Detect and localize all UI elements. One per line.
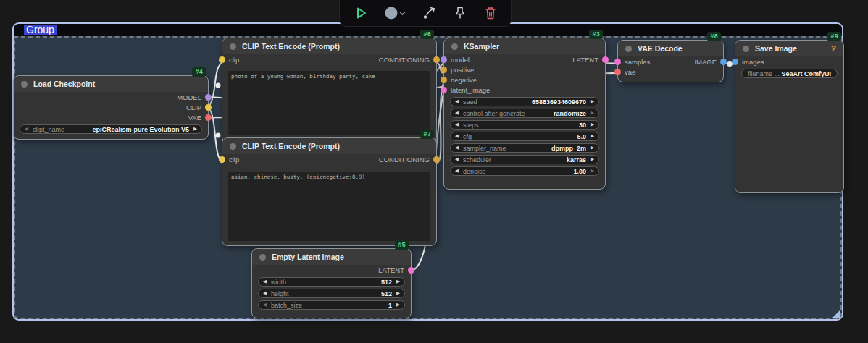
widget-batch-size[interactable]: ◀ batch_size 1 ▶ — [258, 300, 405, 310]
prompt-textarea[interactable]: asian, chinese, busty, (epicnegative:0.9… — [228, 172, 430, 241]
widget-control-after-generate[interactable]: ◀ control after generate randomize ▶ — [450, 109, 599, 118]
group-title[interactable]: Group — [24, 25, 57, 35]
output-port-latent[interactable] — [602, 56, 609, 63]
output-label: LATENT — [572, 56, 598, 64]
widget-value: karras — [567, 156, 586, 164]
increment-arrow-icon[interactable]: ▶ — [591, 157, 594, 162]
collapse-dot[interactable] — [230, 143, 236, 150]
decrement-arrow-icon[interactable]: ◀ — [455, 111, 459, 116]
input-port-images[interactable] — [732, 59, 738, 65]
collapse-dot[interactable] — [625, 46, 632, 52]
node-header[interactable]: Empty Latent Image — [252, 249, 411, 265]
decrement-arrow-icon[interactable]: ◀ — [25, 127, 28, 132]
node-save-image[interactable]: #9 Save Image ? images filename ... SeaA… — [735, 40, 844, 193]
node-header[interactable]: Load Checkpoint — [14, 76, 208, 92]
widget-height[interactable]: ◀ height 512 ▶ — [258, 289, 405, 298]
increment-arrow-icon[interactable]: ▶ — [591, 122, 594, 127]
node-clip-text-encode-negative[interactable]: #7 CLIP Text Encode (Prompt) clip CONDIT… — [222, 137, 437, 246]
output-port-clip[interactable] — [205, 104, 212, 111]
slot-row: clip CONDITIONING — [222, 54, 436, 64]
node-header[interactable]: CLIP Text Encode (Prompt) — [222, 138, 436, 154]
decrement-arrow-icon[interactable]: ◀ — [263, 279, 267, 284]
decrement-arrow-icon[interactable]: ◀ — [455, 134, 459, 139]
input-port-negative[interactable] — [441, 77, 447, 83]
widget-value: 1.00 — [573, 168, 586, 175]
output-row: CLIP — [14, 102, 208, 112]
node-header[interactable]: CLIP Text Encode (Prompt) — [222, 38, 436, 54]
widget-sampler-name[interactable]: ◀ sampler_name dpmpp_2m ▶ — [450, 143, 599, 153]
input-port-positive[interactable] — [441, 67, 447, 73]
decrement-arrow-icon[interactable]: ◀ — [455, 169, 459, 174]
decrement-arrow-icon[interactable]: ◀ — [263, 291, 267, 296]
collapse-dot[interactable] — [451, 43, 458, 50]
node-load-checkpoint[interactable]: #4 Load Checkpoint MODEL CLIP VAE ◀ ckpt… — [13, 75, 209, 140]
node-clip-text-encode-positive[interactable]: #6 CLIP Text Encode (Prompt) clip CONDIT… — [222, 38, 437, 143]
widget-value: 1 — [388, 302, 392, 309]
increment-arrow-icon[interactable]: ▶ — [591, 145, 594, 151]
widget-denoise[interactable]: ◀ denoise 1.00 ▶ — [450, 166, 599, 176]
increment-arrow-icon[interactable]: ▶ — [591, 99, 594, 104]
share-button[interactable] — [420, 4, 440, 22]
increment-arrow-icon[interactable]: ▶ — [396, 291, 400, 296]
decrement-arrow-icon[interactable]: ◀ — [263, 302, 267, 308]
input-label: clip — [229, 56, 239, 64]
input-label: clip — [229, 156, 239, 164]
node-empty-latent-image[interactable]: #5 Empty Latent Image LATENT ◀ width 512… — [251, 248, 412, 318]
prompt-textarea[interactable]: photo of a young woman, birthday party, … — [228, 71, 430, 135]
input-port-model[interactable] — [441, 56, 447, 63]
increment-arrow-icon[interactable]: ▶ — [396, 302, 400, 308]
output-port-conditioning[interactable] — [433, 156, 440, 163]
widget-label: width — [271, 279, 286, 286]
widget-filename-prefix[interactable]: filename ... SeaArt ComfyUI — [741, 69, 838, 78]
node-header[interactable]: Save Image ? — [735, 41, 843, 56]
output-label: LATENT — [378, 266, 404, 274]
collapse-dot[interactable] — [259, 254, 266, 261]
input-port-latent-image[interactable] — [441, 87, 447, 93]
node-vae-decode[interactable]: #8 VAE Decode samples IMAGE vae — [617, 40, 724, 82]
increment-arrow-icon[interactable]: ▶ — [396, 279, 400, 284]
decrement-arrow-icon[interactable]: ◀ — [455, 157, 459, 162]
delete-button[interactable] — [480, 4, 501, 22]
input-port-clip[interactable] — [219, 156, 225, 163]
increment-arrow-icon[interactable]: ▶ — [591, 111, 594, 116]
node-title: Load Checkpoint — [33, 80, 95, 88]
input-port-samples[interactable] — [614, 59, 621, 65]
output-port-vae[interactable] — [205, 114, 212, 121]
increment-arrow-icon[interactable]: ▶ — [591, 169, 594, 174]
input-port-clip[interactable] — [219, 56, 225, 63]
help-icon[interactable]: ? — [831, 44, 836, 53]
widget-value: 5.0 — [577, 133, 586, 140]
decrement-arrow-icon[interactable]: ◀ — [455, 99, 459, 104]
widget-ckpt-name[interactable]: ◀ ckpt_name epiCRealism-pure Evolution V… — [20, 124, 202, 134]
input-port-vae[interactable] — [614, 69, 621, 75]
widget-steps[interactable]: ◀ steps 30 ▶ — [450, 120, 599, 130]
widget-width[interactable]: ◀ width 512 ▶ — [258, 277, 405, 287]
output-row: VAE — [14, 112, 208, 122]
output-port-latent[interactable] — [408, 267, 414, 274]
pin-icon — [453, 6, 467, 20]
increment-arrow-icon[interactable]: ▶ — [591, 134, 594, 139]
output-port-conditioning[interactable] — [433, 56, 440, 63]
widget-label: denoise — [463, 168, 486, 175]
decrement-arrow-icon[interactable]: ◀ — [455, 122, 459, 127]
widget-seed[interactable]: ◀ seed 658836934609670 ▶ — [450, 97, 599, 106]
widget-scheduler[interactable]: ◀ scheduler karras ▶ — [450, 155, 599, 164]
output-port-image[interactable] — [720, 59, 727, 65]
node-id-badge: #4 — [192, 67, 206, 77]
node-ksampler[interactable]: #3 KSampler model LATENT positive negati… — [443, 38, 606, 190]
slot-row: positive — [444, 64, 605, 75]
node-header[interactable]: KSampler — [444, 38, 605, 54]
collapse-dot[interactable] — [230, 43, 236, 50]
queue-status-button[interactable] — [381, 4, 409, 22]
group-resize-handle[interactable] — [832, 310, 840, 318]
output-port-model[interactable] — [205, 94, 212, 101]
widget-cfg[interactable]: ◀ cfg 5.0 ▶ — [450, 132, 599, 141]
pin-button[interactable] — [450, 4, 470, 22]
increment-arrow-icon[interactable]: ▶ — [193, 127, 197, 132]
run-button[interactable] — [351, 4, 371, 22]
decrement-arrow-icon[interactable]: ◀ — [455, 145, 459, 151]
node-header[interactable]: VAE Decode — [618, 41, 723, 56]
collapse-dot[interactable] — [21, 81, 28, 88]
widget-label: sampler_name — [463, 145, 506, 152]
collapse-dot[interactable] — [743, 46, 749, 52]
